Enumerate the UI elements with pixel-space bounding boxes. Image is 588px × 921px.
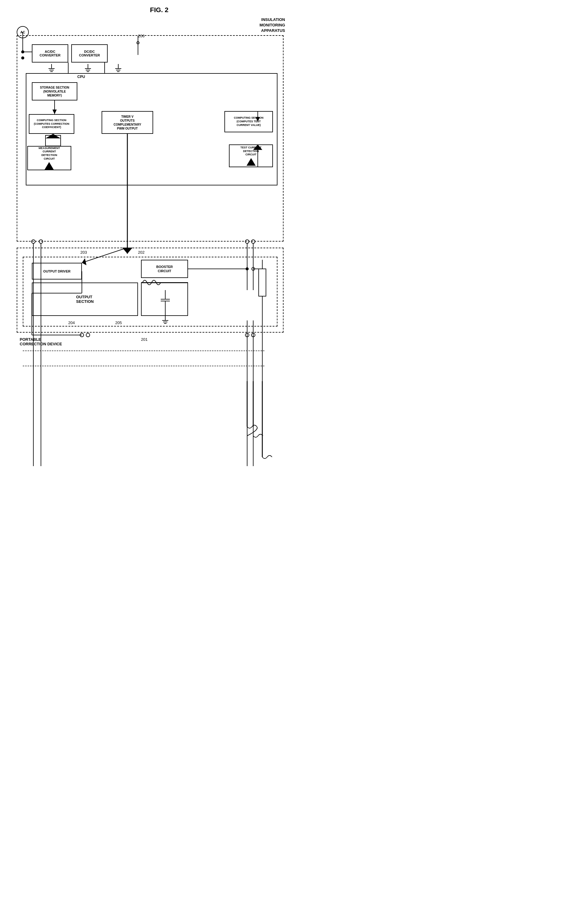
timer-v-box: TIMER V OUTPUTS COMPLEMENTARY PWM OUTPUT [102,111,153,134]
svg-point-56 [252,333,255,337]
output-section-box: OUTPUT SECTION [32,283,138,316]
label-204: 204 [68,321,75,325]
output-driver-box: OUTPUT DRIVER [32,263,82,280]
label-203: 203 [80,250,87,255]
acdc-converter-box: AC/DC CONVERTER [32,44,68,62]
label-201: 201 [141,337,148,342]
svg-point-53 [80,333,84,337]
booster-circuit-box: BOOSTER CIRCUIT [141,260,188,278]
figure-title: FIG. 2 [30,6,288,14]
computing-left-box: COMPUTING SECTION (COMPUTES CORRECTION C… [29,114,74,134]
label-205: 205 [115,321,122,325]
svg-point-54 [86,333,90,337]
test-detection-box: TEST CURRENT DETECTION CIRCUIT [229,145,273,167]
portable-label: PORTABLE CORRECTION DEVICE [20,337,62,346]
smoothing-section-box: SMOOTHING SECTION [141,283,188,316]
dcdc-converter-box: DC/DC CONVERTER [71,44,108,62]
label-206: 206 [138,34,145,38]
measurement-detection-box: MEASUREMENT CURRENT DETECTION CIRCUIT [27,146,71,170]
cpu-label: CPU [77,75,85,79]
insulation-label: INSULATION MONITORING APPARATUS [260,17,285,34]
svg-point-55 [245,333,249,337]
storage-section-box: STORAGE SECTION (NONVOLATILE MEMORY) [32,82,77,101]
computing-right-box: COMPUTING SECTION (COMPUTES TEST CURRENT… [224,111,273,132]
label-202: 202 [138,250,145,255]
converter-area: AC/DC CONVERTER DC/DC CONVERTER [32,44,108,62]
